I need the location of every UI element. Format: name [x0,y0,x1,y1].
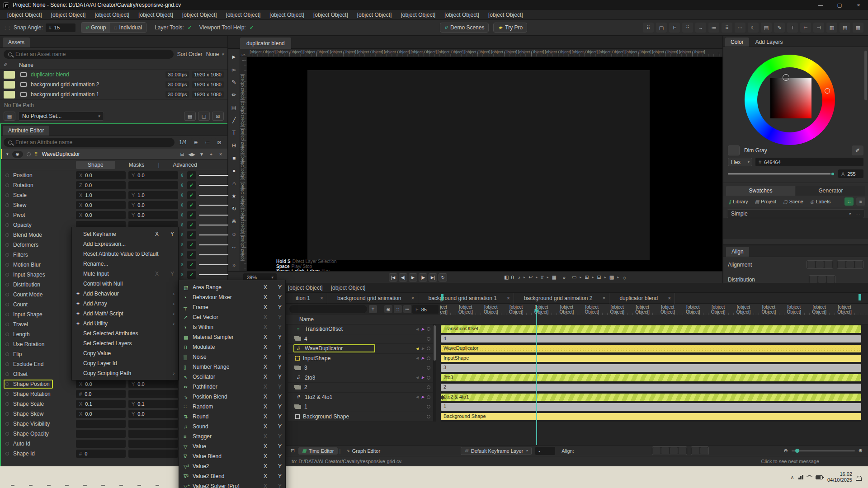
menu-item[interactable]: [object Object] [353,10,396,20]
onion-skin-button[interactable]: ◉ [384,305,392,313]
timeline-track-bar[interactable]: InputShape [441,355,861,362]
attribute-connector-icon[interactable] [5,233,9,237]
scrollbar[interactable] [864,51,867,100]
context-menu-item[interactable]: Copy Scripting Path › [72,368,178,378]
timeline-track-bar[interactable]: TransitionOffset [441,325,861,333]
attribute-connector-icon[interactable] [5,343,9,346]
attribute-connector-icon[interactable] [5,174,9,177]
out-toggle-icon[interactable]: ▶ [421,395,425,399]
menu-item[interactable]: [object Object] [134,10,178,20]
submenu-item[interactable]: ∇² Value2 Blend XY [179,471,285,481]
solo-circle-icon[interactable] [427,337,430,341]
value-field-1[interactable]: X0.0 [76,380,126,388]
submenu-item[interactable]: ↘ Position Blend XY [179,392,285,402]
grid-view-button[interactable]: ∷ [844,197,854,206]
submenu-item[interactable]: ∇ Value Blend XY [179,451,285,461]
value-field-1[interactable]: X0.0 [76,171,126,179]
delete-button[interactable]: ⊠ [212,112,224,121]
submenu-item[interactable]: ◔ Behaviour Mixer XY [179,292,285,302]
current-frame-field[interactable]: F85 [412,305,439,314]
layout-button[interactable]: ⊟ [179,152,185,157]
link-icon[interactable]: ∞ [180,263,185,267]
solo-circle-icon[interactable] [427,395,430,399]
timeline-layer-row[interactable]: 2 [288,383,433,393]
solo-circle-icon[interactable] [427,376,430,380]
attribute-connector-icon[interactable] [5,382,9,386]
eyedropper-button[interactable]: ✐ [852,145,863,155]
align-button[interactable] [807,261,815,268]
alpha-field[interactable]: A255 [838,169,863,178]
value-field-1[interactable]: #0.0 [76,390,126,398]
solo-circle-icon[interactable] [427,385,430,389]
visibility-eye-icon[interactable]: ◉ [12,151,23,158]
hex-value-field[interactable]: #646464 [755,158,863,166]
value-field-2[interactable]: Y0.0 [128,410,178,418]
attribute-connector-icon[interactable] [5,323,9,326]
value-field-2[interactable]: Y0.0 [128,171,178,179]
menu-item[interactable]: [object Object] [47,10,90,20]
viewport-tab[interactable]: duplicator blend [240,38,291,49]
value-field-2[interactable] [128,440,178,448]
out-toggle-icon[interactable]: ▶ [421,347,425,351]
submenu-item[interactable]: ≡ Stagger XY [179,432,285,441]
attribute-connector-icon[interactable] [5,442,9,446]
prev-next-toggle[interactable]: ◀▶ [189,152,195,157]
filter-layers-button[interactable]: ≔ [403,305,411,313]
editor-tab[interactable]: [object Object] [331,285,366,291]
link-icon[interactable]: ∞ [180,243,185,247]
filter-button[interactable]: ≔ [203,138,212,146]
tab-generator[interactable]: Generator [796,186,865,196]
timeline-layer-row[interactable]: ⠿ 1to2 & 4to1 ◀ ▶ [288,393,433,403]
value-field-1[interactable]: X0.0 [76,201,126,209]
attribute-connector-icon[interactable] [5,303,9,306]
attribute-connector-icon[interactable] [5,273,9,277]
value-field-1[interactable]: X0.1 [76,400,126,408]
out-toggle-icon[interactable]: ▶ [421,375,425,380]
checkbox[interactable]: ✓ [187,231,196,239]
timeline-search-field[interactable] [289,305,367,313]
timeline-track-bar[interactable]: WaveDuplicator [441,345,861,352]
asset-row[interactable]: background grid animation 2 30.00fps 192… [0,80,227,89]
solo-circle-icon[interactable] [27,152,31,156]
submenu-item[interactable]: ▒ Noise XY [179,352,285,362]
submenu-item[interactable]: ▯ Number Range XY [179,362,285,372]
color-mode-dropdown[interactable]: Hex▾ [728,158,752,166]
screen-button[interactable]: ▢ [198,112,210,121]
link-icon[interactable]: ∞ [180,273,185,277]
keyframe-align-button[interactable] [661,447,669,454]
panel-toggle-icon[interactable]: ⊡ [291,448,295,454]
composition-tab[interactable]: background grid animation 1× [418,293,514,304]
composition-tab[interactable]: duplicator blend× [609,293,675,304]
status-action-button[interactable] [846,458,853,465]
attribute-connector-icon[interactable] [5,263,9,267]
checkbox[interactable]: ✓ [187,221,196,229]
attribute-connector-icon[interactable] [5,313,9,316]
attribute-search-input[interactable]: Enter an Attribute name [4,138,175,147]
tab-advanced[interactable]: Advanced [161,161,209,169]
link-icon[interactable]: ∞ [180,203,185,207]
zoom-in-icon[interactable]: ⊕ [859,448,863,454]
close-tab-icon[interactable]: × [507,295,510,301]
submenu-item[interactable]: ┬ Frame XY [179,302,285,312]
attribute-connector-icon[interactable] [5,243,9,247]
timeline-layer-row[interactable]: 3 [288,363,433,373]
submenu-item[interactable]: ◑ Is Within XY [179,322,285,332]
tab-add-layers[interactable]: Add Layers [750,38,788,47]
attribute-connector-icon[interactable] [5,422,9,426]
swatch-set-dropdown[interactable]: Simple▾⋯ [727,209,864,218]
collapse-chevron-icon[interactable]: ▾ [6,152,9,156]
hue-cursor[interactable] [825,88,830,94]
asset-color-chip[interactable] [4,81,15,89]
close-tab-icon[interactable]: × [668,295,671,301]
timeline-zoom-slider[interactable] [792,450,855,451]
attribute-connector-icon[interactable] [5,402,9,406]
try-pro-button[interactable]: ★Try Pro [493,23,527,33]
value-field-2[interactable] [128,430,178,438]
checkbox[interactable]: ✓ [187,261,196,269]
timeline-track-bar[interactable]: 2to3 [441,374,861,382]
attribute-connector-icon[interactable] [5,333,9,336]
in-toggle-icon[interactable]: ◀ [415,347,419,351]
color-swatch-chip[interactable] [747,222,753,228]
align-button[interactable] [846,261,854,268]
submenu-item[interactable]: ∿ Oscillator XY [179,372,285,382]
